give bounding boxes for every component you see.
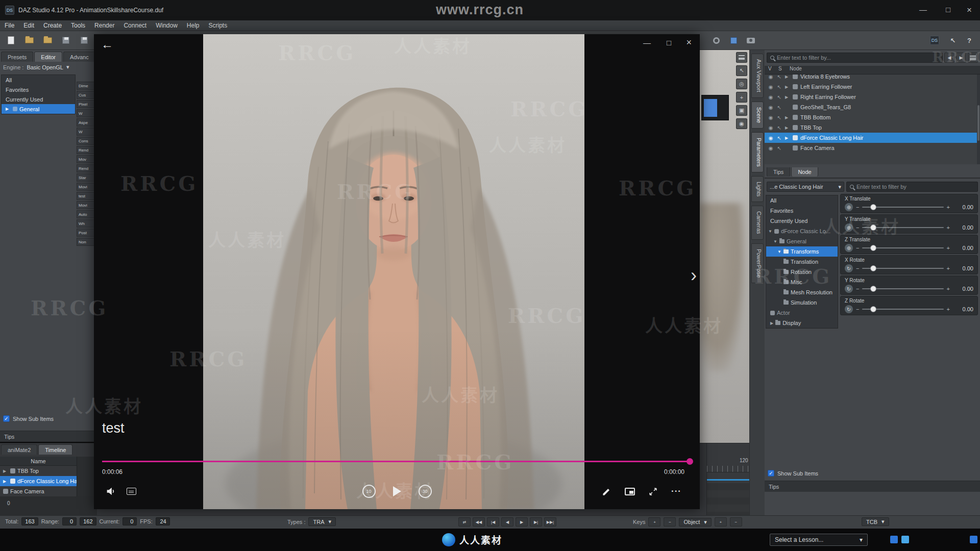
minimize-button[interactable]: — <box>919 5 927 14</box>
group-transforms-selected[interactable]: ▼ Transforms <box>766 246 838 257</box>
total-value[interactable]: 163 <box>21 517 38 525</box>
group-misc[interactable]: Misc <box>766 277 838 287</box>
zoom-in-button[interactable]: + <box>715 517 727 527</box>
slider-knob[interactable] <box>870 224 876 231</box>
tab-powerpose[interactable]: PowerPose <box>751 243 764 283</box>
group-rotation[interactable]: Rotation <box>766 267 838 277</box>
setting-row[interactable]: test <box>77 192 96 200</box>
menu-help[interactable]: Help <box>182 21 204 30</box>
track-row[interactable]: Face Camera <box>0 486 77 496</box>
tab-node[interactable]: Node <box>791 167 818 177</box>
slider-decrement[interactable]: − <box>856 204 859 210</box>
scene-filter-box[interactable] <box>767 53 943 63</box>
menu-window[interactable]: Window <box>151 21 182 30</box>
expander-icon[interactable]: ▼ <box>773 239 777 244</box>
group-currently-used[interactable]: Currently Used <box>766 216 838 226</box>
fps-value[interactable]: 24 <box>156 517 170 525</box>
visibility-eye-icon[interactable]: ◉ <box>768 115 774 120</box>
slider-increment[interactable]: + <box>947 245 950 251</box>
footer-app-icon[interactable] <box>901 536 909 543</box>
visibility-eye-icon[interactable]: ◉ <box>768 105 774 110</box>
tab-animate2[interactable]: aniMate2 <box>1 444 37 455</box>
node-selector-dropdown[interactable]: ...e Classic Long Hair ▾ <box>767 182 844 192</box>
slider-increment[interactable]: + <box>947 224 950 231</box>
back-arrow-icon[interactable]: ← <box>101 37 113 52</box>
scene-node-row[interactable]: ◉ ↖ GeoShell_Tears_G8 <box>765 102 977 112</box>
menu-file[interactable]: File <box>0 21 19 30</box>
expander-icon[interactable]: ▶ <box>785 126 790 130</box>
daz-connect-button[interactable]: DS <box>928 34 941 46</box>
group-favorites[interactable]: Favorites <box>766 206 838 216</box>
visibility-eye-icon[interactable]: ◉ <box>768 94 774 100</box>
node-tool-button[interactable] <box>727 34 740 46</box>
course-video-player[interactable]: ← — □ × <box>94 34 700 509</box>
slider-decrement[interactable]: − <box>856 245 859 251</box>
range-end-value[interactable]: 162 <box>80 517 96 525</box>
selectable-cursor-icon[interactable]: ↖ <box>776 115 782 120</box>
visibility-eye-icon[interactable]: ◉ <box>768 125 774 131</box>
scene-node-row[interactable]: ◉ ↖ ▶ Right Earring Follower <box>765 92 977 102</box>
help-button[interactable]: ? <box>963 34 976 46</box>
selectable-cursor-icon[interactable]: ↖ <box>776 105 782 110</box>
slider-track[interactable] <box>862 227 943 228</box>
setting-row[interactable]: Mov <box>77 155 96 163</box>
tab-tips[interactable]: Tips <box>767 167 790 177</box>
tab-parameters[interactable]: Parameters <box>751 132 764 172</box>
tab-cameras[interactable]: Cameras <box>751 206 764 240</box>
engine-value[interactable]: Basic OpenGL <box>27 64 63 70</box>
selectable-cursor-icon[interactable]: ↖ <box>776 84 782 90</box>
slider-z-rotate[interactable]: Z Rotate ↻ − + 0.00 <box>840 296 978 315</box>
slider-knob[interactable] <box>870 204 876 210</box>
visibility-eye-icon[interactable]: ◉ <box>768 74 774 80</box>
loop-button[interactable]: ⇄ <box>458 517 471 527</box>
fullscreen-icon[interactable] <box>648 487 658 496</box>
play-button[interactable] <box>393 486 401 496</box>
selectable-cursor-icon[interactable]: ↖ <box>776 74 782 80</box>
current-value[interactable]: 0 <box>122 517 137 525</box>
new-file-button[interactable] <box>4 34 17 46</box>
expander-icon[interactable]: ▶ <box>785 115 790 120</box>
prev-frame-button[interactable]: ◀ <box>501 517 513 527</box>
selectable-cursor-icon[interactable]: ↖ <box>776 135 782 141</box>
slider-track[interactable] <box>862 247 943 248</box>
expander-icon[interactable]: ▶ <box>3 469 8 473</box>
expander-icon[interactable]: ▶ <box>785 85 790 89</box>
tab-timeline[interactable]: Timeline <box>38 444 72 455</box>
scene-node-row-selected[interactable]: ◉ ↖ ▶ dForce Classic Long Hair <box>765 133 977 143</box>
parameters-filter-box[interactable] <box>846 182 978 192</box>
rewind-10-button[interactable]: 10 <box>362 485 376 498</box>
tab-lights[interactable]: Lights <box>751 176 764 202</box>
scene-scrollbar[interactable] <box>977 74 980 164</box>
tab-presets[interactable]: Presets <box>1 52 33 62</box>
key-scope-dropdown[interactable]: Object ▾ <box>679 518 711 527</box>
tips-bar[interactable]: Tips <box>0 431 96 442</box>
slider-knob[interactable] <box>870 245 876 251</box>
group-simulation[interactable]: Simulation <box>766 297 838 308</box>
visibility-eye-icon[interactable]: ◉ <box>768 135 774 141</box>
expander-icon[interactable]: ▶ <box>3 479 8 484</box>
slider-decrement[interactable]: − <box>856 265 859 271</box>
setting-row[interactable]: Cons <box>77 137 96 145</box>
footer-app-icon[interactable] <box>970 536 977 543</box>
scene-pane-menu-button[interactable] <box>968 53 978 63</box>
video-maximize-button[interactable]: □ <box>667 38 671 47</box>
notes-pencil-icon[interactable] <box>602 487 611 496</box>
video-close-button[interactable]: × <box>686 37 692 48</box>
parameters-filter-input[interactable] <box>856 184 974 190</box>
frame-tool-icon[interactable]: ▣ <box>736 105 747 116</box>
filter-item-favorites[interactable]: Favorites <box>2 85 75 94</box>
jump-start-button[interactable]: ◀◀ <box>473 517 485 527</box>
menu-create[interactable]: Create <box>39 21 66 30</box>
expander-icon[interactable]: ▼ <box>777 249 781 254</box>
slider-x-rotate[interactable]: X Rotate ↻ − + 0.00 <box>840 255 978 274</box>
slider-track[interactable] <box>862 309 943 310</box>
scene-filter-input[interactable] <box>777 55 939 61</box>
orbit-tool-icon[interactable]: ◎ <box>736 79 747 89</box>
slider-knob[interactable] <box>870 286 876 292</box>
scene-forward-button[interactable]: ▶ <box>956 53 966 63</box>
viewport-menu-icon[interactable] <box>736 52 747 63</box>
progress-knob[interactable] <box>687 458 693 465</box>
menu-render[interactable]: Render <box>90 21 119 30</box>
footer-app-icon[interactable] <box>890 536 898 543</box>
visibility-eye-icon[interactable]: ◉ <box>768 145 774 151</box>
